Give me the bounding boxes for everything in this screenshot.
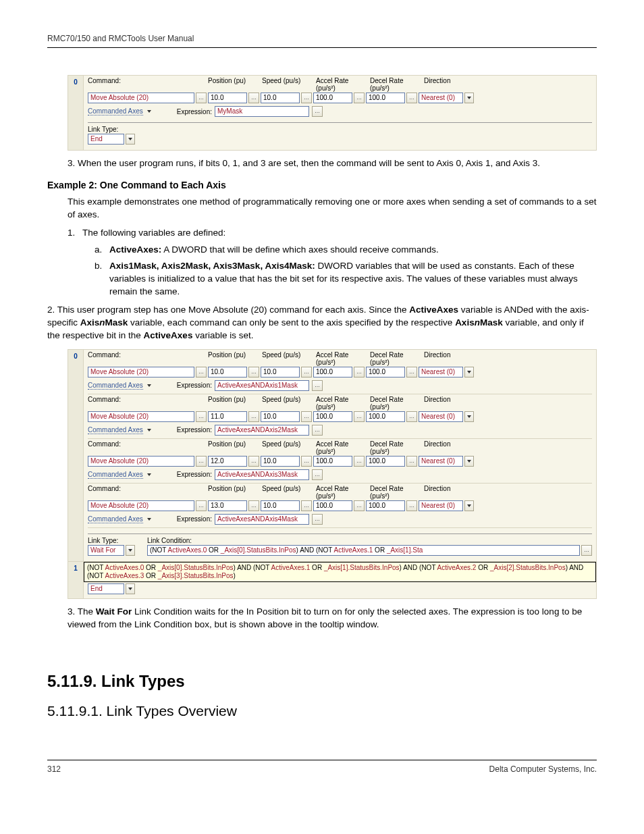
list-item: b.Axis1Mask, Axis2Mask, Axis3Mask, Axis4… bbox=[109, 260, 597, 298]
browse-button[interactable]: ... bbox=[248, 456, 259, 467]
browse-button[interactable]: ... bbox=[248, 500, 259, 511]
list-item: 1.The following variables are defined: bbox=[68, 227, 597, 240]
expression-field[interactable]: ActiveAxes AND Axis1Mask bbox=[215, 380, 309, 391]
link-type-field[interactable]: End bbox=[88, 134, 124, 145]
accel-field[interactable]: 100.0 bbox=[313, 93, 352, 103]
browse-button[interactable]: ... bbox=[248, 411, 259, 422]
gui-panel-1: 0 Command: Position (pu) Speed (pu/s) Ac… bbox=[68, 75, 597, 151]
decel-field[interactable]: 100.0 bbox=[366, 367, 405, 377]
expression-browse-button[interactable]: ... bbox=[312, 106, 323, 117]
page-header: RMC70/150 and RMCTools User Manual bbox=[47, 34, 597, 48]
browse-button[interactable]: ... bbox=[406, 500, 417, 511]
link-condition-browse-button[interactable]: ... bbox=[581, 545, 592, 556]
direction-dropdown-icon[interactable] bbox=[464, 500, 474, 511]
link-type-dropdown-icon[interactable] bbox=[126, 134, 135, 145]
link-condition-field[interactable]: (NOT ActiveAxes.0 OR _Axis[0].StatusBits… bbox=[147, 545, 580, 556]
commanded-axes-link[interactable]: Commanded Axes bbox=[88, 107, 143, 115]
chevron-down-icon[interactable] bbox=[147, 518, 151, 521]
browse-button[interactable]: ... bbox=[406, 367, 417, 377]
browse-button[interactable]: ... bbox=[301, 500, 312, 511]
browse-button[interactable]: ... bbox=[301, 367, 312, 377]
direction-field[interactable]: Nearest (0) bbox=[419, 411, 463, 422]
browse-button[interactable]: ... bbox=[301, 411, 312, 422]
gui-panel-2: 0 Command:Position (pu)Speed (pu/s)Accel… bbox=[68, 349, 597, 599]
direction-field[interactable]: Nearest (0) bbox=[419, 367, 463, 377]
commanded-axes-link[interactable]: Commanded Axes bbox=[88, 382, 143, 390]
direction-dropdown-icon[interactable] bbox=[464, 456, 474, 467]
link-type-dropdown-icon[interactable] bbox=[126, 583, 135, 594]
speed-browse-button[interactable]: ... bbox=[301, 93, 312, 103]
chevron-down-icon[interactable] bbox=[147, 110, 151, 113]
position-field[interactable]: 13.0 bbox=[208, 500, 247, 511]
chevron-down-icon[interactable] bbox=[147, 473, 151, 476]
chevron-down-icon[interactable] bbox=[147, 384, 151, 387]
accel-field[interactable]: 100.0 bbox=[313, 411, 352, 422]
tooltip: (NOT ActiveAxes.0 OR _Axis[0].StatusBits… bbox=[84, 562, 596, 582]
browse-button[interactable]: ... bbox=[196, 456, 207, 467]
browse-button[interactable]: ... bbox=[196, 411, 207, 422]
label-command: Command: bbox=[88, 77, 207, 92]
browse-button[interactable]: ... bbox=[248, 367, 259, 377]
command-field[interactable]: Move Absolute (20) bbox=[88, 367, 194, 377]
browse-button[interactable]: ... bbox=[406, 411, 417, 422]
commanded-axes-link[interactable]: Commanded Axes bbox=[88, 471, 143, 479]
direction-field[interactable]: Nearest (0) bbox=[419, 456, 463, 467]
label-direction: Direction bbox=[424, 77, 450, 92]
link-type-field[interactable]: End bbox=[88, 583, 124, 594]
label-accel: Accel Rate (pu/s²) bbox=[316, 77, 369, 92]
page-footer: 312 Delta Computer Systems, Inc. bbox=[47, 760, 597, 774]
command-field[interactable]: Move Absolute (20) bbox=[88, 500, 194, 511]
position-field[interactable]: 10.0 bbox=[208, 367, 247, 377]
direction-field[interactable]: Nearest (0) bbox=[419, 93, 463, 103]
decel-field[interactable]: 100.0 bbox=[366, 93, 405, 103]
browse-button[interactable]: ... bbox=[312, 380, 323, 391]
position-field[interactable]: 10.0 bbox=[208, 93, 247, 103]
paragraph: 3. When the user program runs, if bits 0… bbox=[68, 157, 597, 170]
link-type-dropdown-icon[interactable] bbox=[126, 545, 135, 556]
direction-field[interactable]: Nearest (0) bbox=[419, 500, 463, 511]
command-field[interactable]: Move Absolute (20) bbox=[88, 411, 194, 422]
decel-field[interactable]: 100.0 bbox=[366, 411, 405, 422]
decel-field[interactable]: 100.0 bbox=[366, 456, 405, 467]
expression-field[interactable]: ActiveAxes AND Axis2Mask bbox=[215, 425, 309, 436]
speed-field[interactable]: 10.0 bbox=[261, 456, 300, 467]
speed-field[interactable]: 10.0 bbox=[261, 93, 300, 103]
chevron-down-icon[interactable] bbox=[147, 429, 151, 432]
browse-button[interactable]: ... bbox=[196, 367, 207, 377]
commanded-axes-link[interactable]: Commanded Axes bbox=[88, 515, 143, 523]
accel-field[interactable]: 100.0 bbox=[313, 456, 352, 467]
speed-field[interactable]: 10.0 bbox=[261, 367, 300, 377]
position-field[interactable]: 12.0 bbox=[208, 456, 247, 467]
expression-field[interactable]: ActiveAxes AND Axis4Mask bbox=[215, 514, 309, 525]
browse-button[interactable]: ... bbox=[312, 425, 323, 436]
command-field[interactable]: Move Absolute (20) bbox=[88, 456, 194, 467]
browse-button[interactable]: ... bbox=[406, 456, 417, 467]
accel-field[interactable]: 100.0 bbox=[313, 367, 352, 377]
browse-button[interactable]: ... bbox=[354, 367, 365, 377]
command-field[interactable]: Move Absolute (20) bbox=[88, 93, 194, 103]
browse-button[interactable]: ... bbox=[354, 500, 365, 511]
direction-dropdown-icon[interactable] bbox=[464, 411, 474, 422]
position-browse-button[interactable]: ... bbox=[248, 93, 259, 103]
expression-field[interactable]: MyMask bbox=[215, 106, 309, 117]
browse-button[interactable]: ... bbox=[354, 456, 365, 467]
command-browse-button[interactable]: ... bbox=[196, 93, 207, 103]
decel-field[interactable]: 100.0 bbox=[366, 500, 405, 511]
browse-button[interactable]: ... bbox=[354, 411, 365, 422]
browse-button[interactable]: ... bbox=[312, 514, 323, 525]
browse-button[interactable]: ... bbox=[196, 500, 207, 511]
browse-button[interactable]: ... bbox=[312, 469, 323, 480]
speed-field[interactable]: 10.0 bbox=[261, 500, 300, 511]
step-number: 1 bbox=[68, 562, 84, 598]
position-field[interactable]: 11.0 bbox=[208, 411, 247, 422]
speed-field[interactable]: 10.0 bbox=[261, 411, 300, 422]
direction-dropdown-icon[interactable] bbox=[464, 93, 474, 103]
link-type-field[interactable]: Wait For bbox=[88, 545, 124, 556]
accel-browse-button[interactable]: ... bbox=[354, 93, 365, 103]
accel-field[interactable]: 100.0 bbox=[313, 500, 352, 511]
browse-button[interactable]: ... bbox=[301, 456, 312, 467]
decel-browse-button[interactable]: ... bbox=[406, 93, 417, 103]
commanded-axes-link[interactable]: Commanded Axes bbox=[88, 426, 143, 434]
expression-field[interactable]: ActiveAxes AND Axis3Mask bbox=[215, 469, 309, 480]
direction-dropdown-icon[interactable] bbox=[464, 367, 474, 377]
